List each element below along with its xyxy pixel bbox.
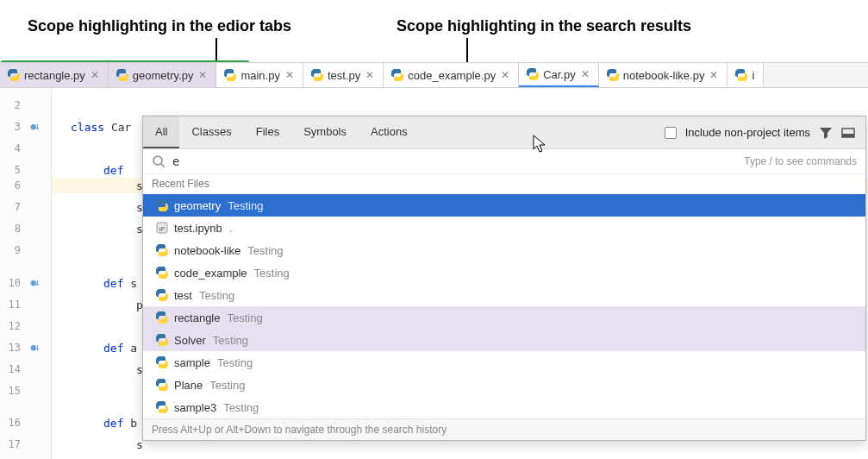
result-name: test.ipynb (174, 222, 222, 235)
open-in-tool-window-icon[interactable] (841, 126, 855, 140)
code-line[interactable]: class Car (71, 121, 131, 134)
editor-tabs: rectangle.py✕geometry.py✕main.py✕test.py… (0, 62, 868, 88)
code-line[interactable]: def b (103, 417, 137, 430)
search-input[interactable] (172, 154, 737, 168)
result-name: geometry (174, 199, 221, 212)
tab-label: notebook-like.py (623, 69, 705, 82)
close-icon[interactable]: ✕ (709, 69, 718, 81)
close-icon[interactable]: ✕ (365, 69, 374, 81)
result-item[interactable]: testTesting (143, 284, 865, 306)
result-location: Testing (254, 267, 290, 280)
search-hint: Type / to see commands (744, 155, 857, 167)
result-name: Solver (174, 334, 206, 347)
popup-status-bar: Press Alt+Up or Alt+Down to navigate thr… (143, 418, 865, 440)
tab-symbols[interactable]: Symbols (291, 116, 359, 148)
close-icon[interactable]: ✕ (501, 69, 509, 81)
result-item[interactable]: notebook-likeTesting (143, 239, 865, 261)
results-section-header: Recent Files (143, 174, 865, 194)
gutter-marker-icon[interactable]: ●↓ (26, 277, 43, 288)
result-name: Plane (174, 379, 203, 392)
result-item[interactable]: sampleTesting (143, 351, 865, 374)
tab-label: Car.py (543, 68, 576, 81)
tab-label: i (752, 69, 754, 82)
result-item[interactable]: rectangleTesting (143, 306, 865, 329)
editor-tab[interactable]: test.py✕ (303, 63, 384, 87)
tab-label: test.py (328, 69, 360, 82)
result-item[interactable]: geometryTesting (143, 194, 865, 217)
tab-label: code_example.py (408, 69, 496, 82)
tab-label: rectangle.py (24, 69, 85, 82)
result-location: Testing (213, 334, 248, 347)
result-location: Testing (209, 379, 245, 392)
include-nonproject-checkbox[interactable] (665, 127, 677, 139)
code-line[interactable]: def a (103, 342, 137, 355)
editor-tab[interactable]: rectangle.py✕ (0, 63, 109, 87)
annotation-label-right: Scope highlighting in the search results (397, 17, 691, 35)
editor-tab[interactable]: code_example.py✕ (384, 63, 519, 87)
result-item[interactable]: code_exampleTesting (143, 261, 865, 284)
result-item[interactable]: PlaneTesting (143, 374, 865, 396)
svg-rect-1 (842, 134, 854, 137)
code-line[interactable]: def (103, 164, 123, 177)
result-location: Testing (217, 356, 253, 369)
svg-point-2 (153, 156, 162, 165)
filter-icon[interactable] (819, 126, 833, 140)
result-name: sample3 (174, 401, 216, 414)
include-nonproject-label: Include non-project items (685, 126, 810, 139)
result-name: code_example (174, 267, 247, 280)
close-icon[interactable]: ✕ (198, 69, 207, 81)
result-location: Testing (247, 244, 283, 257)
editor-tab[interactable]: i (727, 63, 764, 87)
result-name: rectangle (174, 311, 220, 324)
gutter-marker-icon[interactable]: ●↓ (26, 121, 43, 132)
editor-gutter: 2 3 ●↓ 4 5 6 7 8 9 10 ●↓ 11 12 13 ●↓ 14 … (0, 88, 52, 459)
editor-tab[interactable]: main.py✕ (216, 63, 303, 87)
svg-text:IP: IP (159, 226, 165, 232)
close-icon[interactable]: ✕ (581, 68, 590, 80)
results-list: geometryTestingIPtest.ipynb.notebook-lik… (143, 194, 865, 418)
search-icon (152, 154, 165, 168)
popup-header: All Classes Files Symbols Actions Includ… (143, 116, 865, 149)
tab-actions[interactable]: Actions (359, 116, 420, 148)
close-icon[interactable]: ✕ (285, 69, 294, 81)
editor-tab[interactable]: notebook-like.py✕ (599, 63, 728, 87)
result-name: test (174, 289, 192, 302)
result-name: sample (174, 356, 210, 369)
result-location: . (229, 222, 233, 235)
result-item[interactable]: SolverTesting (143, 329, 865, 351)
result-item[interactable]: sample3Testing (143, 396, 865, 418)
tab-all[interactable]: All (143, 116, 179, 148)
tab-label: main.py (240, 69, 280, 82)
result-item[interactable]: IPtest.ipynb. (143, 217, 865, 239)
popup-tab-strip: All Classes Files Symbols Actions (143, 116, 420, 148)
close-icon[interactable]: ✕ (91, 69, 99, 81)
result-location: Testing (199, 289, 234, 302)
result-name: notebook-like (174, 244, 240, 257)
result-location: Testing (223, 401, 259, 414)
tab-classes[interactable]: Classes (179, 116, 243, 148)
search-row: Type / to see commands (143, 149, 865, 174)
editor-tab[interactable]: Car.py✕ (519, 63, 599, 87)
annotation-line-left (215, 38, 217, 62)
svg-line-3 (161, 164, 165, 167)
annotation-label-left: Scope highlighting in the edior tabs (28, 17, 291, 35)
search-everywhere-popup: All Classes Files Symbols Actions Includ… (142, 116, 866, 441)
tab-label: geometry.py (133, 69, 194, 82)
editor-tab[interactable]: geometry.py✕ (109, 63, 217, 87)
code-line[interactable]: def s (103, 277, 137, 290)
gutter-marker-icon[interactable]: ●↓ (26, 342, 43, 353)
result-location: Testing (228, 199, 263, 212)
tab-files[interactable]: Files (244, 116, 291, 148)
result-location: Testing (227, 311, 262, 324)
